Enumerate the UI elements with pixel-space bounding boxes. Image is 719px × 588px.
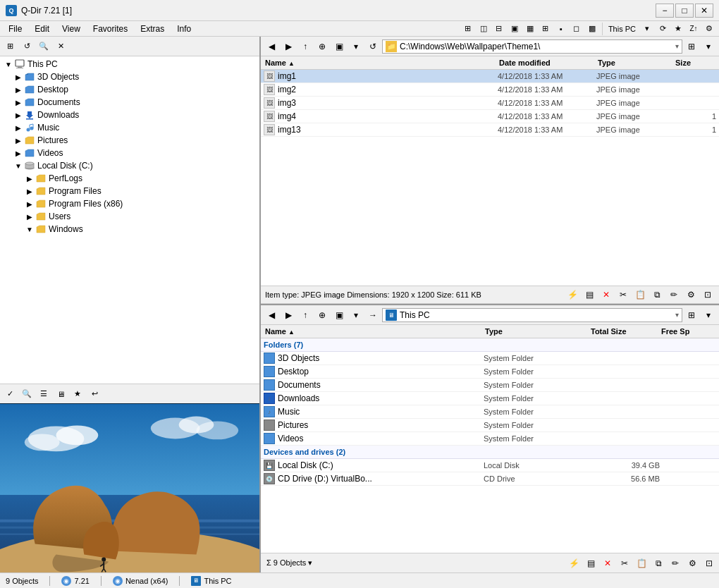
- bottom-row-videos[interactable]: Videos System Folder: [261, 432, 719, 446]
- action-flash[interactable]: ⚡: [565, 288, 579, 301]
- left-tree[interactable]: ▼ This PC ▶ 3D Objects ▶ Desk: [0, 56, 259, 384]
- bottom-row-3dobjects[interactable]: 3D Objects System Folder: [261, 352, 719, 365]
- bottom-col-type[interactable]: Type: [484, 326, 589, 336]
- bottom-view-dropdown[interactable]: ▾: [348, 308, 364, 322]
- bottom-back[interactable]: ◀: [264, 308, 279, 322]
- bottom-summary[interactable]: Σ 9 Objects ▾: [264, 558, 315, 568]
- action-copy2[interactable]: ⧉: [650, 288, 664, 301]
- tree-item-windows[interactable]: ▼ Windows: [1, 223, 258, 235]
- global-tb-7[interactable]: ▪: [554, 22, 568, 36]
- top-file-list[interactable]: Name ▲ Date modified Type Size 🖼 img1 4/…: [261, 56, 719, 286]
- expand-downloads[interactable]: ▶: [13, 109, 24, 121]
- col-type[interactable]: Type: [596, 58, 674, 68]
- bottom-action-copy[interactable]: ▤: [584, 557, 598, 570]
- expand-videos[interactable]: ▶: [13, 147, 24, 159]
- left-tb-close[interactable]: ✕: [54, 39, 68, 54]
- bottom-action-edit[interactable]: ✏: [668, 557, 682, 570]
- bottom-row-cdrive[interactable]: 💾 Local Disk (C:) Local Disk 39.4 GB: [261, 459, 719, 472]
- tree-item-users[interactable]: ▶ Users: [1, 210, 258, 223]
- global-tb-9[interactable]: ▩: [585, 22, 599, 36]
- forward-button[interactable]: ▶: [281, 39, 296, 54]
- bottom-row-pictures[interactable]: Pictures System Folder: [261, 419, 719, 432]
- left-bt-list[interactable]: ☰: [37, 387, 51, 401]
- action-copy[interactable]: ▤: [582, 288, 596, 301]
- action-delete[interactable]: ✕: [599, 288, 613, 301]
- bottom-action-settings[interactable]: ⚙: [685, 557, 699, 570]
- global-tb-arrow[interactable]: ▾: [640, 22, 654, 36]
- bottom-view-toggle[interactable]: ▣: [331, 308, 347, 322]
- bottom-row-ddrive[interactable]: 💿 CD Drive (D:) VirtualBo... CD Drive 56…: [261, 472, 719, 486]
- menu-favorites[interactable]: Favorites: [87, 23, 133, 35]
- refresh-top[interactable]: ↺: [365, 39, 381, 54]
- bottom-address-bar[interactable]: 🖥 This PC ▾: [382, 308, 682, 322]
- action-properties[interactable]: ⚙: [684, 288, 698, 301]
- file-row-img4[interactable]: 🖼 img4 4/12/2018 1:33 AM JPEG image 1: [261, 110, 719, 123]
- bottom-view-drop2[interactable]: ▾: [701, 308, 716, 322]
- minimize-button[interactable]: −: [656, 4, 674, 18]
- menu-file[interactable]: File: [3, 23, 27, 35]
- bottom-action-flash[interactable]: ⚡: [567, 557, 581, 570]
- back-button[interactable]: ◀: [264, 39, 279, 54]
- bottom-col-totalsize[interactable]: Total Size: [589, 326, 660, 336]
- menu-edit[interactable]: Edit: [29, 23, 55, 35]
- global-tb-10[interactable]: ★: [671, 22, 685, 36]
- left-tb-search[interactable]: 🔍: [37, 39, 51, 54]
- bottom-col-freesp[interactable]: Free Sp: [660, 326, 716, 336]
- bottom-bookmark[interactable]: ⊕: [314, 308, 330, 322]
- tree-item-music[interactable]: ▶ Music: [1, 121, 258, 134]
- up-button[interactable]: ↑: [297, 39, 313, 54]
- expand-windows[interactable]: ▼: [24, 223, 35, 235]
- global-tb-11[interactable]: ⚙: [702, 22, 716, 36]
- action-extra[interactable]: ⊡: [701, 288, 715, 301]
- expand-pfx86[interactable]: ▶: [24, 198, 35, 209]
- bottom-refresh[interactable]: →: [365, 308, 381, 322]
- bookmark-button[interactable]: ⊕: [314, 39, 330, 54]
- action-cut[interactable]: ✂: [616, 288, 630, 301]
- menu-view[interactable]: View: [56, 23, 86, 35]
- tree-item-cdrive[interactable]: ▼ Local Disk (C:): [1, 159, 258, 172]
- global-tb-4[interactable]: ▣: [508, 22, 522, 36]
- bottom-action-cut[interactable]: ✂: [617, 557, 632, 570]
- tree-item-documents[interactable]: ▶ Documents: [1, 96, 258, 109]
- bottom-action-extra[interactable]: ⊡: [702, 557, 716, 570]
- expand-cdrive[interactable]: ▼: [13, 160, 24, 171]
- left-bt-star[interactable]: ★: [70, 387, 85, 401]
- top-address-bar[interactable]: 📁 C:\Windows\Web\Wallpaper\Theme1\ ▾: [382, 39, 682, 54]
- expand-desktop[interactable]: ▶: [13, 84, 24, 95]
- bottom-row-documents[interactable]: Documents System Folder: [261, 379, 719, 392]
- tree-item-desktop[interactable]: ▶ Desktop: [1, 83, 258, 96]
- expand-perflogs[interactable]: ▶: [24, 173, 35, 184]
- expand-documents[interactable]: ▶: [13, 97, 24, 108]
- expand-pictures[interactable]: ▶: [13, 135, 24, 146]
- tree-item-programfiles[interactable]: ▶ Program Files: [1, 185, 258, 197]
- file-row-img13[interactable]: 🖼 img13 4/12/2018 1:33 AM JPEG image 1: [261, 123, 719, 137]
- global-tb-1[interactable]: ⊞: [461, 22, 475, 36]
- action-paste[interactable]: 📋: [633, 288, 647, 301]
- view-toggle[interactable]: ▣: [331, 39, 347, 54]
- tree-item-3dobjects[interactable]: ▶ 3D Objects: [1, 71, 258, 83]
- maximize-button[interactable]: □: [675, 4, 694, 18]
- expand-3dobjects[interactable]: ▶: [13, 71, 24, 82]
- tree-item-videos[interactable]: ▶ Videos: [1, 147, 258, 159]
- col-name[interactable]: Name ▲: [264, 58, 498, 68]
- file-row-img2[interactable]: 🖼 img2 4/12/2018 1:33 AM JPEG image: [261, 83, 719, 97]
- bottom-addr-dropdown[interactable]: ▾: [675, 311, 679, 319]
- bottom-up[interactable]: ↑: [297, 308, 313, 322]
- expand-music[interactable]: ▶: [13, 122, 24, 133]
- file-row-img3[interactable]: 🖼 img3 4/12/2018 1:33 AM JPEG image: [261, 97, 719, 110]
- bottom-action-copy2[interactable]: ⧉: [651, 557, 665, 570]
- action-more[interactable]: ✏: [667, 288, 681, 301]
- left-bt-monitor[interactable]: 🖥: [54, 387, 68, 401]
- global-refresh[interactable]: ⟳: [656, 22, 670, 36]
- global-tb-2[interactable]: ◫: [477, 22, 491, 36]
- menu-info[interactable]: Info: [171, 23, 197, 35]
- bottom-large-icon[interactable]: ⊞: [684, 308, 699, 322]
- file-row-img1[interactable]: 🖼 img1 4/12/2018 1:33 AM JPEG image: [261, 70, 719, 83]
- large-icon-view[interactable]: ⊞: [684, 39, 699, 54]
- left-bt-search[interactable]: 🔍: [20, 387, 34, 401]
- address-dropdown[interactable]: ▾: [675, 42, 679, 50]
- bottom-action-paste[interactable]: 📋: [634, 557, 649, 570]
- view-dropdown[interactable]: ▾: [348, 39, 364, 54]
- tree-item-thispc[interactable]: ▼ This PC: [1, 58, 258, 71]
- global-tb-6[interactable]: ⊞: [539, 22, 553, 36]
